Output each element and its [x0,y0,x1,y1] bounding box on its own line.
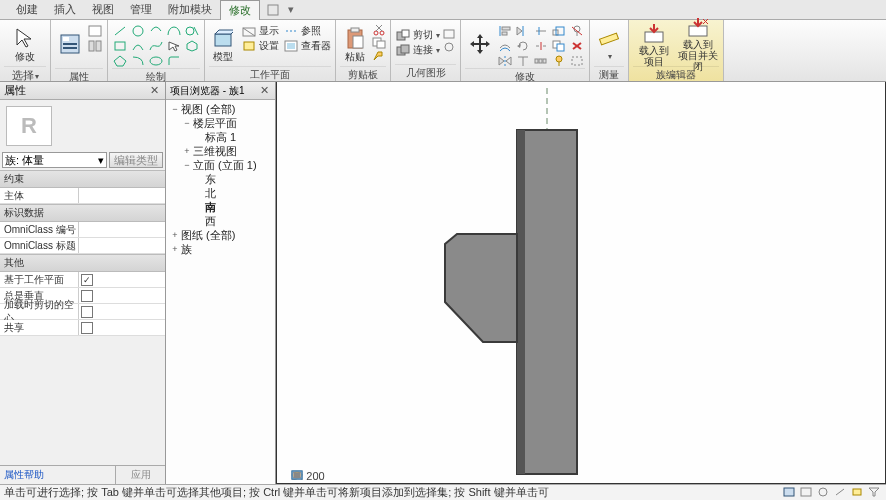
apply-button[interactable]: 应用 [115,466,165,484]
svg-marker-43 [499,57,504,65]
status-icon-4[interactable] [834,487,848,499]
measure-button[interactable]: ▾ [594,22,624,66]
qat-box-icon[interactable] [266,3,280,17]
shadows-icon[interactable] [391,470,405,482]
panel-geometry-label: 几何图形 [395,64,456,81]
circle-icon[interactable] [130,24,146,38]
status-icon-3[interactable] [817,487,831,499]
voids-checkbox[interactable] [81,306,93,318]
family-types-icon[interactable] [87,39,103,53]
tree-views[interactable]: −视图 (全部) [166,102,275,116]
group-icon[interactable] [569,54,585,68]
type-thumbnail: R [6,106,52,146]
pick-icon[interactable] [166,39,182,53]
status-icon-1[interactable] [783,487,797,499]
array-icon[interactable] [533,54,549,68]
poly-icon[interactable] [112,54,128,68]
ellipse-icon[interactable] [148,54,164,68]
paste-button[interactable]: 粘贴 [340,22,370,66]
match-icon[interactable] [372,50,386,62]
properties-title: 属性 [4,83,26,98]
arc1-icon[interactable] [130,39,146,53]
load-close-button[interactable]: 载入到 项目并关闭 [677,22,719,66]
tree-3dviews[interactable]: +三维视图 [166,144,275,158]
arc2-icon[interactable] [130,54,146,68]
tab-manage[interactable]: 管理 [122,0,160,19]
cut-geom-button[interactable]: 剪切▾ [395,28,440,42]
copy-icon[interactable] [551,39,567,53]
set-button[interactable]: 设置 [241,39,279,53]
tangent-icon[interactable] [184,24,200,38]
tab-insert[interactable]: 插入 [46,0,84,19]
join-geom-button[interactable]: 连接▾ [395,43,440,57]
line-icon[interactable] [112,24,128,38]
trim1-icon[interactable] [515,54,531,68]
hide-icon[interactable] [431,470,445,482]
move-button[interactable] [465,22,495,66]
align-icon[interactable] [497,24,513,38]
modify-button[interactable]: 修改 [4,22,46,66]
show-button[interactable]: 显示 [241,24,279,38]
delete-icon[interactable] [569,39,585,53]
ref-button[interactable]: 参照 [283,24,331,38]
geom1-icon[interactable] [442,28,456,40]
pin-icon[interactable] [551,54,567,68]
tree-floorplans[interactable]: −楼层平面 [166,116,275,130]
arc3-icon[interactable] [148,24,164,38]
tab-create[interactable]: 创建 [8,0,46,19]
workplane-checkbox[interactable]: ✓ [81,274,93,286]
vertical-checkbox[interactable] [81,290,93,302]
tree-north[interactable]: 北 [166,186,275,200]
trim2-icon[interactable] [533,24,549,38]
rotate-icon[interactable] [515,39,531,53]
drawing-canvas[interactable]: 1 : 200 [276,82,886,484]
props-button[interactable] [55,22,85,66]
status-icon-5[interactable] [851,487,865,499]
scale-icon[interactable] [551,24,567,38]
model-button[interactable]: 模型 [209,22,237,66]
status-icon-2[interactable] [800,487,814,499]
omniclass-num-input[interactable] [81,224,163,235]
inscribe-icon[interactable] [184,39,200,53]
type-selector[interactable]: 族: 体量▾ [2,152,107,168]
properties-help-link[interactable]: 属性帮助 [0,466,115,484]
tree-south[interactable]: 南 [166,200,275,214]
tree-level1[interactable]: 标高 1 [166,130,275,144]
mirror1-icon[interactable] [497,54,513,68]
visual-style-icon[interactable] [351,470,365,482]
tab-view[interactable]: 视图 [84,0,122,19]
copy-clip-icon[interactable] [372,37,386,49]
halfellipse-icon[interactable] [166,24,182,38]
tree-west[interactable]: 西 [166,214,275,228]
detail-level-icon[interactable] [331,470,345,482]
viewer-button[interactable]: 查看器 [283,39,331,53]
browser-close-icon[interactable]: ✕ [257,84,271,97]
reveal-icon[interactable] [451,470,465,482]
properties-close-icon[interactable]: ✕ [147,84,161,97]
tree-elevations[interactable]: −立面 (立面 1) [166,158,275,172]
filter-icon[interactable] [868,487,882,499]
tab-addins[interactable]: 附加模块 [160,0,220,19]
load-into-project-button[interactable]: 载入到 项目 [633,22,675,66]
cut-clip-icon[interactable] [372,24,386,36]
svg-rect-61 [557,44,564,51]
geom2-icon[interactable] [442,41,456,53]
fillet-icon[interactable] [166,54,182,68]
spline-icon[interactable] [148,39,164,53]
split-icon[interactable] [533,39,549,53]
shared-checkbox[interactable] [81,322,93,334]
crop-icon[interactable] [411,470,425,482]
tab-modify[interactable]: 修改 [220,0,260,20]
type-props-icon[interactable] [87,24,103,38]
rect-icon[interactable] [112,39,128,53]
tree-sheets[interactable]: +图纸 (全部) [166,228,275,242]
unpin-icon[interactable] [569,24,585,38]
qat-dropdown-icon[interactable]: ▾ [284,3,298,17]
edit-type-button[interactable]: 编辑类型 [109,152,163,168]
sun-path-icon[interactable] [371,470,385,482]
tree-east[interactable]: 东 [166,172,275,186]
browser-header: 项目浏览器 - 族1 ✕ [166,82,275,100]
tree-families[interactable]: +族 [166,242,275,256]
offset-icon[interactable] [497,39,513,53]
mirror2-icon[interactable] [515,24,531,38]
